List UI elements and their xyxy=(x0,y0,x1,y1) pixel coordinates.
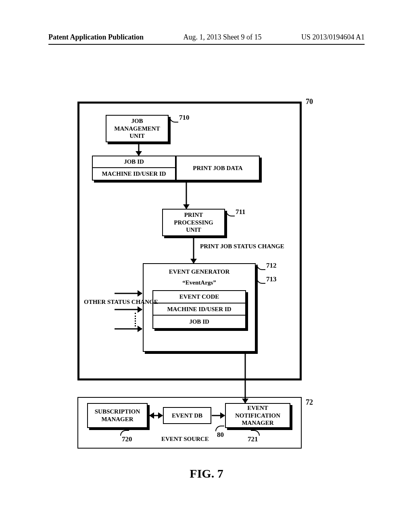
arrow-other-1 xyxy=(115,290,142,297)
figure-caption: FIG. 7 xyxy=(0,467,413,480)
ref-711: 711 xyxy=(236,208,246,216)
job-management-unit-label: JOB MANAGEMENT UNIT xyxy=(106,115,169,142)
subscription-manager-label: SUBSCRIPTION MANAGER xyxy=(87,403,148,428)
print-processing-unit-box: PRINT PROCESSING UNIT xyxy=(162,209,225,236)
page-header: Patent Application Publication Aug. 1, 2… xyxy=(48,33,365,45)
header-date-sheet: Aug. 1, 2013 Sheet 9 of 15 xyxy=(184,33,262,42)
job-id-machine-id-box: JOB ID MACHINE ID/USER ID xyxy=(92,156,176,181)
arrow-table-to-ppu xyxy=(183,183,190,209)
header-pubnumber: US 2013/0194604 A1 xyxy=(301,33,365,42)
eventargs-label: “EventArgs” xyxy=(148,279,251,287)
ref-72: 72 xyxy=(306,398,313,407)
arrow-other-3 xyxy=(115,326,142,332)
print-job-status-change-label: PRINT JOB STATUS CHANGE xyxy=(200,243,284,250)
event-db-label: EVENT DB xyxy=(172,412,202,419)
event-source-label: EVENT SOURCE xyxy=(161,435,209,443)
arrow-sub-db xyxy=(150,412,163,419)
arrow-other-2 xyxy=(115,306,142,313)
arrow-jmu-to-table xyxy=(136,144,142,156)
page: Patent Application Publication Aug. 1, 2… xyxy=(0,0,413,532)
ref-721: 721 xyxy=(248,435,258,443)
print-job-data-box: PRINT JOB DATA xyxy=(176,156,260,181)
ref-70: 70 xyxy=(306,98,313,106)
other-status-change-label: OTHER STATUS CHANGE xyxy=(84,298,158,306)
header-publication: Patent Application Publication xyxy=(48,33,144,42)
ref-80: 80 xyxy=(217,431,224,439)
dotted-ellipsis xyxy=(135,313,136,326)
print-job-data-label: PRINT JOB DATA xyxy=(176,156,260,181)
event-generator-title: EVENT GENERATOR xyxy=(148,268,251,276)
subscription-manager-box: SUBSCRIPTION MANAGER xyxy=(87,403,148,428)
arrow-db-enm xyxy=(212,412,225,419)
event-machine-user-cell: MACHINE ID/USER ID xyxy=(153,303,245,316)
event-code-cell: EVENT CODE xyxy=(153,291,245,303)
event-notification-manager-label: EVENT NOTIFICATION MANAGER xyxy=(225,403,290,428)
eventargs-table: EVENT CODE MACHINE ID/USER ID JOB ID xyxy=(152,290,246,329)
event-db-box: EVENT DB xyxy=(163,407,211,424)
job-management-unit-box: JOB MANAGEMENT UNIT xyxy=(106,115,169,142)
machine-user-cell: MACHINE ID/USER ID xyxy=(93,168,175,180)
event-jobid-cell: JOB ID xyxy=(153,316,245,328)
ref-720: 720 xyxy=(122,435,132,443)
ref-710: 710 xyxy=(179,114,190,122)
job-id-cell: JOB ID xyxy=(93,156,175,168)
ref-712: 712 xyxy=(266,262,277,270)
print-processing-unit-label: PRINT PROCESSING UNIT xyxy=(162,209,225,236)
ref-713: 713 xyxy=(266,275,277,283)
arrow-ppu-to-eventgen xyxy=(190,238,197,263)
arrow-eventgen-to-enm xyxy=(242,354,248,403)
event-notification-manager-box: EVENT NOTIFICATION MANAGER xyxy=(225,403,290,428)
